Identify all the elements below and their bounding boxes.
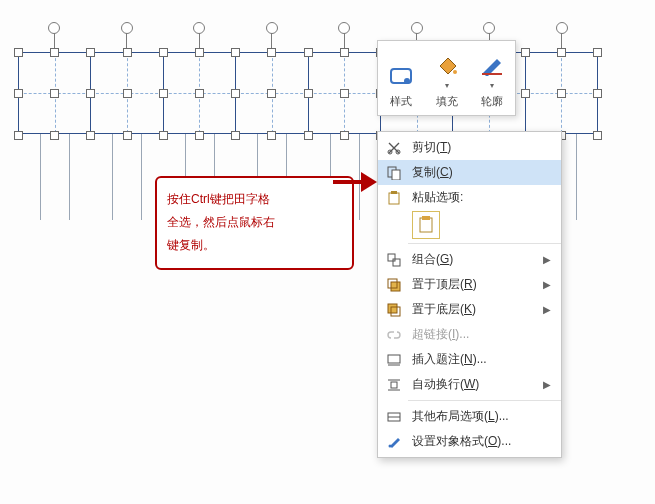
svg-rect-7 (392, 170, 400, 180)
mini-toolbar: 样式 ▾ 填充 ▾ 轮廓 (377, 40, 516, 116)
svg-rect-12 (388, 254, 395, 261)
menu-label: 复制(C) (412, 164, 551, 181)
svg-rect-18 (388, 355, 400, 363)
submenu-arrow-icon: ▶ (543, 279, 551, 290)
svg-rect-16 (388, 304, 397, 313)
text-wrap-icon (384, 376, 404, 394)
menu-label: 自动换行(W) (412, 376, 535, 393)
svg-point-2 (453, 70, 457, 74)
menu-label: 其他布局选项(L)... (412, 408, 551, 425)
menu-label: 剪切(T) (412, 139, 551, 156)
menu-item-cut[interactable]: 剪切(T) (378, 135, 561, 160)
bring-front-icon (384, 276, 404, 294)
layout-icon (384, 408, 404, 426)
svg-rect-13 (393, 259, 400, 266)
menu-item-group[interactable]: 组合(G) ▶ (378, 247, 561, 272)
caption-icon (384, 351, 404, 369)
scissors-icon (384, 139, 404, 157)
svg-point-25 (389, 444, 392, 447)
submenu-arrow-icon: ▶ (543, 379, 551, 390)
menu-label: 粘贴选项: (412, 189, 551, 206)
menu-item-bring-front[interactable]: 置于顶层(R) ▶ (378, 272, 561, 297)
submenu-arrow-icon: ▶ (543, 304, 551, 315)
svg-point-1 (404, 78, 410, 84)
menu-label: 插入题注(N)... (412, 351, 551, 368)
menu-item-paste-options: 粘贴选项: (378, 185, 561, 210)
svg-rect-11 (422, 216, 430, 220)
paint-bucket-icon (434, 53, 460, 79)
chevron-down-icon: ▾ (445, 81, 449, 90)
fill-label: 填充 (436, 94, 458, 109)
menu-item-copy[interactable]: 复制(C) (378, 160, 561, 185)
style-label: 样式 (390, 94, 412, 109)
copy-icon (384, 164, 404, 182)
group-icon (384, 251, 404, 269)
menu-item-layout[interactable]: 其他布局选项(L)... (378, 404, 561, 429)
menu-label: 设置对象格式(O)... (412, 433, 551, 450)
menu-label: 置于底层(K) (412, 301, 535, 318)
callout-line: 全选，然后点鼠标右 (167, 211, 342, 234)
svg-rect-3 (482, 73, 502, 75)
callout-line: 按住Ctrl键把田字格 (167, 188, 342, 211)
link-icon (384, 326, 404, 344)
chevron-down-icon: ▾ (490, 81, 494, 90)
svg-rect-8 (389, 193, 399, 204)
pen-outline-icon (479, 53, 505, 79)
format-object-icon (384, 433, 404, 451)
svg-rect-10 (420, 218, 432, 232)
clipboard-icon (384, 189, 404, 207)
callout-arrow-icon (333, 172, 379, 192)
menu-item-caption[interactable]: 插入题注(N)... (378, 347, 561, 372)
menu-label: 置于顶层(R) (412, 276, 535, 293)
outline-label: 轮廓 (481, 94, 503, 109)
paste-option-row (378, 210, 561, 240)
instruction-callout: 按住Ctrl键把田字格 全选，然后点鼠标右 键复制。 (155, 176, 354, 270)
menu-item-wrap[interactable]: 自动换行(W) ▶ (378, 372, 561, 397)
context-menu: 剪切(T) 复制(C) 粘贴选项: 组合(G) ▶ 置于顶层(R) ▶ (377, 131, 562, 458)
paste-keep-formatting-button[interactable] (412, 211, 440, 239)
style-dropdown[interactable]: 样式 (378, 41, 424, 115)
callout-line: 键复制。 (167, 234, 342, 257)
menu-separator (408, 243, 561, 244)
menu-label: 超链接(I)... (412, 326, 551, 343)
svg-rect-9 (391, 191, 397, 194)
submenu-arrow-icon: ▶ (543, 254, 551, 265)
svg-rect-20 (391, 382, 397, 388)
menu-item-hyperlink: 超链接(I)... (378, 322, 561, 347)
outline-dropdown[interactable]: ▾ 轮廓 (469, 41, 515, 115)
svg-rect-14 (391, 282, 400, 291)
menu-item-format[interactable]: 设置对象格式(O)... (378, 429, 561, 454)
send-back-icon (384, 301, 404, 319)
menu-item-send-back[interactable]: 置于底层(K) ▶ (378, 297, 561, 322)
menu-label: 组合(G) (412, 251, 535, 268)
shape-style-icon (388, 64, 414, 90)
fill-dropdown[interactable]: ▾ 填充 (424, 41, 470, 115)
menu-separator (408, 400, 561, 401)
